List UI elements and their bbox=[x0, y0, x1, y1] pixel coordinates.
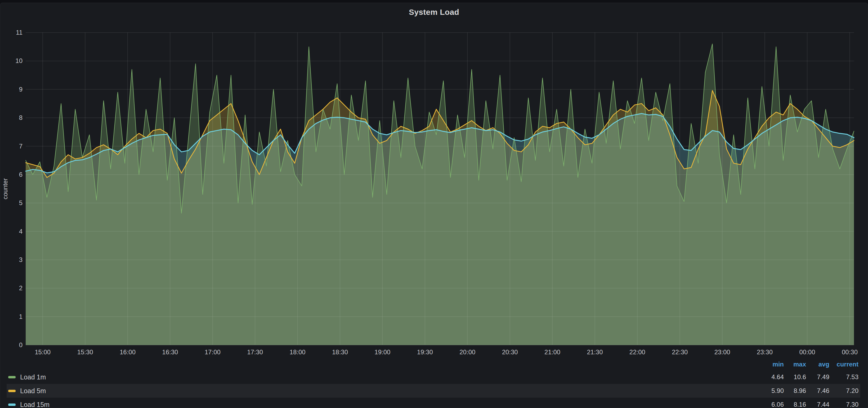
x-tick-label-19-30: 19:30 bbox=[417, 348, 433, 355]
legend-value-max: 10.6 bbox=[784, 373, 806, 381]
x-tick-label-15-30: 15:30 bbox=[77, 348, 93, 355]
x-tick-label-21-30: 21:30 bbox=[587, 348, 603, 355]
legend-value-current: 7.53 bbox=[829, 373, 859, 381]
y-tick-label-0: 0 bbox=[19, 341, 23, 348]
y-tick-label-11: 11 bbox=[16, 29, 23, 36]
x-tick-label-00-30: 00:30 bbox=[842, 348, 858, 355]
x-tick-label-21-00: 21:00 bbox=[545, 348, 560, 355]
x-tick-label-17-30: 17:30 bbox=[247, 348, 263, 355]
legend-label: Load 15m bbox=[20, 401, 50, 408]
chart: 0123456789101115:0015:3016:0016:3017:001… bbox=[0, 3, 868, 408]
x-tick-label-20-30: 20:30 bbox=[502, 348, 518, 355]
y-tick-label-5: 5 bbox=[19, 199, 23, 206]
legend-row-load-1m: Load 1m4.6410.67.497.53 bbox=[7, 370, 860, 384]
x-tick-label-15-00: 15:00 bbox=[35, 348, 51, 355]
legend-swatch-load-5m bbox=[8, 390, 16, 392]
legend-row-load-15m: Load 15m6.068.167.447.30 bbox=[7, 398, 860, 408]
legend-series-toggle-load-15m[interactable]: Load 15m bbox=[8, 401, 762, 408]
legend-swatch-load-1m bbox=[8, 376, 16, 378]
chart-plot-area[interactable] bbox=[26, 33, 854, 345]
x-tick-label-18-30: 18:30 bbox=[332, 348, 348, 355]
legend-label: Load 1m bbox=[20, 373, 46, 381]
legend: minmaxavgcurrentLoad 1m4.6410.67.497.53L… bbox=[0, 359, 868, 408]
y-tick-label-1: 1 bbox=[19, 313, 23, 320]
y-tick-label-7: 7 bbox=[19, 143, 23, 150]
legend-col-avg[interactable]: avg bbox=[806, 361, 829, 368]
x-tick-label-18-00: 18:00 bbox=[290, 348, 306, 355]
legend-value-avg: 7.46 bbox=[806, 387, 829, 395]
y-tick-label-10: 10 bbox=[16, 57, 23, 64]
x-tick-label-16-30: 16:30 bbox=[162, 348, 178, 355]
x-tick-label-17-00: 17:00 bbox=[205, 348, 221, 355]
y-tick-label-8: 8 bbox=[19, 114, 23, 121]
x-tick-label-16-00: 16:00 bbox=[120, 348, 135, 355]
legend-value-min: 4.64 bbox=[762, 373, 784, 381]
legend-row-load-5m: Load 5m5.908.967.467.20 bbox=[7, 384, 860, 398]
legend-header-row: minmaxavgcurrent bbox=[7, 359, 860, 370]
y-axis-title: counter bbox=[2, 178, 9, 199]
x-tick-label-19-00: 19:00 bbox=[374, 348, 390, 355]
legend-value-avg: 7.49 bbox=[806, 373, 829, 381]
y-tick-label-6: 6 bbox=[19, 171, 23, 178]
legend-series-toggle-load-1m[interactable]: Load 1m bbox=[8, 373, 762, 381]
y-tick-label-3: 3 bbox=[19, 256, 23, 263]
x-tick-label-22-00: 22:00 bbox=[629, 348, 645, 355]
legend-value-min: 6.06 bbox=[762, 401, 784, 408]
legend-value-current: 7.30 bbox=[829, 401, 859, 408]
graph-panel: System Load 0123456789101115:0015:3016:0… bbox=[0, 3, 868, 408]
legend-series-toggle-load-5m[interactable]: Load 5m bbox=[8, 387, 762, 395]
x-tick-label-00-00: 00:00 bbox=[799, 348, 815, 355]
legend-value-max: 8.16 bbox=[784, 401, 806, 408]
legend-value-max: 8.96 bbox=[784, 387, 806, 395]
legend-value-min: 5.90 bbox=[762, 387, 784, 395]
legend-col-current[interactable]: current bbox=[829, 361, 859, 368]
y-tick-label-4: 4 bbox=[19, 228, 23, 235]
legend-label: Load 5m bbox=[20, 387, 46, 395]
x-tick-label-23-00: 23:00 bbox=[714, 348, 730, 355]
legend-swatch-load-15m bbox=[8, 404, 16, 406]
y-tick-label-9: 9 bbox=[19, 86, 23, 93]
legend-col-max[interactable]: max bbox=[784, 361, 806, 368]
y-tick-label-2: 2 bbox=[19, 284, 23, 292]
legend-value-current: 7.20 bbox=[829, 387, 859, 395]
x-tick-label-23-30: 23:30 bbox=[757, 348, 773, 355]
legend-value-avg: 7.44 bbox=[806, 401, 829, 408]
x-tick-label-20-00: 20:00 bbox=[459, 348, 475, 355]
x-tick-label-22-30: 22:30 bbox=[672, 348, 688, 355]
legend-col-min[interactable]: min bbox=[762, 361, 784, 368]
